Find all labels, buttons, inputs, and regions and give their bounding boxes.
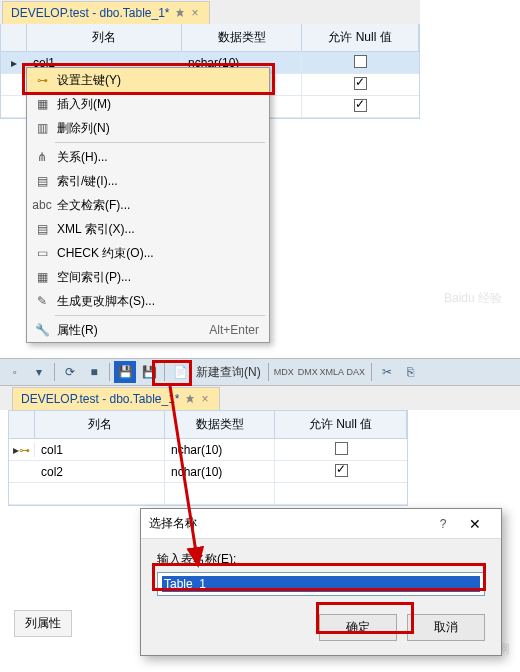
row-indicator-icon: ▸ [1,56,27,70]
save-all-button[interactable]: 💾 [138,361,160,383]
checkbox-icon[interactable] [354,77,367,90]
checkbox-icon[interactable] [354,55,367,68]
menu-xml-index[interactable]: ▤ XML 索引(X)... [27,217,269,241]
dialog-title: 选择名称 [149,515,429,532]
cell-type[interactable] [165,483,275,504]
nav-back-button[interactable]: ◦ [4,361,26,383]
choose-name-dialog: 选择名称 ? ✕ 输入表名称(E): 确定 取消 [140,508,502,656]
table-name-input[interactable] [162,576,480,592]
menu-label: 关系(H)... [53,149,259,166]
props-icon: 🔧 [31,323,53,337]
check-icon: ▭ [31,246,53,260]
rel-icon: ⋔ [31,150,53,164]
nav-fwd-button[interactable]: ▾ [28,361,50,383]
cell-null[interactable] [275,464,407,480]
col-header-null: 允许 Null 值 [302,24,419,51]
close-icon[interactable]: × [190,6,201,20]
menu-set-primary-key[interactable]: ⊶ 设置主键(Y) [27,68,269,92]
row-indicator-icon: ▸⊶ [9,443,35,457]
ok-button[interactable]: 确定 [319,614,397,641]
save-button[interactable]: 💾 [114,361,136,383]
designer-tab[interactable]: DEVELOP.test - dbo.Table_1* × [12,387,220,410]
dialog-body: 输入表名称(E): [141,539,501,604]
menu-relationships[interactable]: ⋔ 关系(H)... [27,145,269,169]
key-icon: ⊶ [31,74,53,87]
xmla-button[interactable]: XMLA [321,361,343,383]
refresh-button[interactable]: ⟳ [59,361,81,383]
menu-label: 全文检索(F)... [53,197,259,214]
watermark: Baidu 经验 [444,290,502,307]
checkbox-icon[interactable] [354,99,367,112]
menu-indexes-keys[interactable]: ▤ 索引/键(I)... [27,169,269,193]
grid-header: 列名 数据类型 允许 Null 值 [9,411,407,439]
copy-button[interactable]: ⎘ [400,361,422,383]
mdx-button[interactable]: MDX [273,361,295,383]
menu-label: CHECK 约束(O)... [53,245,259,262]
new-query-button[interactable]: 新建查询(N) [193,364,264,381]
cell-null[interactable] [302,55,419,71]
cell-type[interactable]: nchar(10) [165,439,275,460]
pin-icon[interactable] [184,393,196,405]
tab-bar: DEVELOP.test - dbo.Table_1* × [0,386,520,410]
grid-row[interactable]: ▸⊶ col1 nchar(10) [9,439,407,461]
table-name-input-wrap [157,572,485,596]
toolbar: ◦ ▾ ⟳ ■ 💾 💾 📄 新建查询(N) MDX DMX XMLA DAX ✂… [0,358,520,386]
designer-tab[interactable]: DEVELOP.test - dbo.Table_1* × [2,1,210,24]
menu-label: 生成更改脚本(S)... [53,293,259,310]
fulltext-icon: abc [31,198,53,212]
menu-separator [55,315,265,316]
cell-null[interactable] [302,77,419,93]
menu-check-constraint[interactable]: ▭ CHECK 约束(O)... [27,241,269,265]
menu-spatial-index[interactable]: ▦ 空间索引(P)... [27,265,269,289]
tab-bar: DEVELOP.test - dbo.Table_1* × [0,0,420,24]
grid-row[interactable] [9,483,407,505]
cell-name[interactable]: col1 [35,439,165,460]
toolbar-separator [268,363,269,381]
row-header-cell [9,411,35,438]
column-properties-label: 列属性 [14,610,72,637]
toolbar-separator [54,363,55,381]
menu-label: 设置主键(Y) [53,72,259,89]
primary-key-icon: ⊶ [19,444,30,456]
help-icon[interactable]: ? [429,517,457,531]
menu-insert-column[interactable]: ▦ 插入列(M) [27,92,269,116]
cancel-button[interactable]: 取消 [407,614,485,641]
grid-header: 列名 数据类型 允许 Null 值 [1,24,419,52]
close-icon[interactable]: × [200,392,211,406]
cell-type[interactable]: nchar(10) [165,461,275,482]
stop-button[interactable]: ■ [83,361,105,383]
col-header-type: 数据类型 [165,411,275,438]
pin-icon[interactable] [174,7,186,19]
bottom-panel: ◦ ▾ ⟳ ■ 💾 💾 📄 新建查询(N) MDX DMX XMLA DAX ✂… [0,358,520,506]
tab-title: DEVELOP.test - dbo.Table_1* [21,392,180,406]
columns-grid: 列名 数据类型 允许 Null 值 ▸⊶ col1 nchar(10) col2… [8,410,408,506]
menu-separator [55,142,265,143]
menu-properties[interactable]: 🔧 属性(R) Alt+Enter [27,318,269,342]
toolbar-separator [109,363,110,381]
menu-generate-script[interactable]: ✎ 生成更改脚本(S)... [27,289,269,313]
menu-fulltext[interactable]: abc 全文检索(F)... [27,193,269,217]
cell-name[interactable] [35,483,165,504]
col-header-name: 列名 [27,24,182,51]
close-icon[interactable]: ✕ [457,516,493,532]
col-header-name: 列名 [35,411,165,438]
dmx-button[interactable]: DMX [297,361,319,383]
checkbox-icon[interactable] [335,442,348,455]
grid-row[interactable]: col2 nchar(10) [9,461,407,483]
dialog-titlebar: 选择名称 ? ✕ [141,509,501,539]
cell-null[interactable] [302,99,419,115]
menu-delete-column[interactable]: ▥ 删除列(N) [27,116,269,140]
cell-null[interactable] [275,442,407,458]
col-header-type: 数据类型 [182,24,302,51]
context-menu: ⊶ 设置主键(Y) ▦ 插入列(M) ▥ 删除列(N) ⋔ 关系(H)... ▤… [26,67,270,343]
new-query-icon[interactable]: 📄 [169,361,191,383]
toolbar-separator [371,363,372,381]
dax-button[interactable]: DAX [345,361,367,383]
menu-label: 删除列(N) [53,120,259,137]
checkbox-icon[interactable] [335,464,348,477]
menu-label: 属性(R) [53,322,209,339]
menu-label: 索引/键(I)... [53,173,259,190]
xml-icon: ▤ [31,222,53,236]
cut-button[interactable]: ✂ [376,361,398,383]
cell-name[interactable]: col2 [35,461,165,482]
